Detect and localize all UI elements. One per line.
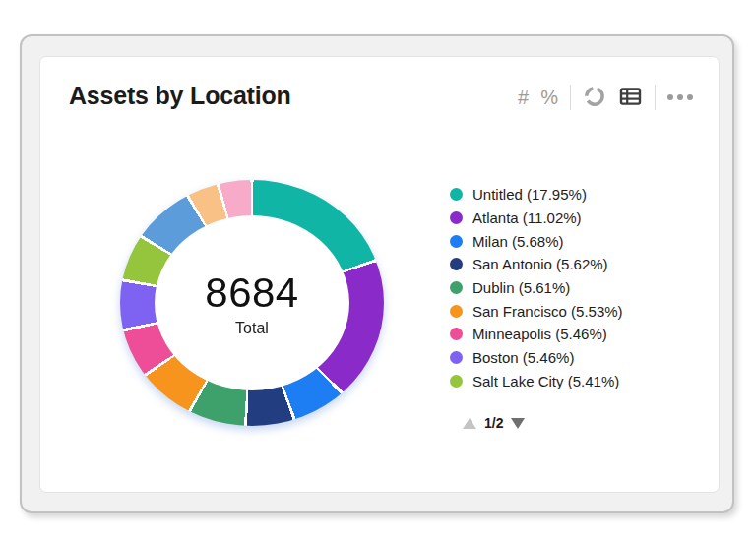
donut-chart[interactable]: 8684 Total [120,180,384,426]
legend-color-dot [450,235,463,248]
legend-color-dot [450,281,463,294]
legend-item[interactable]: Salt Lake City (5.41%) [450,370,623,393]
legend-page-indicator: 1/2 [484,415,503,431]
legend-item[interactable]: Untitled (17.95%) [450,183,623,207]
donut-chart-icon [583,85,606,111]
legend-item-label: Salt Lake City (5.41%) [472,373,619,389]
legend-item-label: Untitled (17.95%) [472,186,587,203]
card-toolbar: # % [518,83,693,112]
legend-item[interactable]: Atlanta (11.02%) [450,207,623,230]
toolbar-divider [570,85,571,110]
screenshot-page: Assets by Location # % [0,0,756,539]
table-view-icon [618,85,643,111]
legend-color-dot [450,188,463,201]
legend-item-label: Atlanta (11.02%) [472,210,582,226]
legend-pager: 1/2 [463,415,525,431]
legend-color-dot [450,258,463,270]
legend-item[interactable]: San Francisco (5.53%) [450,299,623,323]
legend-item[interactable]: San Antonio (5.62%) [450,253,623,276]
more-options-button[interactable] [667,94,693,100]
legend-item[interactable]: Dublin (5.61%) [450,276,623,300]
donut-center: 8684 Total [155,215,349,390]
toolbar-divider [655,85,656,110]
legend-item-label: San Antonio (5.62%) [472,256,608,272]
dashboard-panel: Assets by Location # % [20,34,734,513]
chart-legend: Untitled (17.95%)Atlanta (11.02%)Milan (… [450,183,623,392]
legend-color-dot [450,375,463,388]
legend-next-button[interactable] [511,418,525,429]
ellipsis-icon [667,94,693,100]
table-view-button[interactable] [618,85,643,111]
donut-view-button[interactable] [583,85,606,111]
legend-item[interactable]: Boston (5.46%) [450,346,623,370]
legend-item-label: San Francisco (5.53%) [472,303,623,320]
legend-item-label: Milan (5.68%) [472,233,564,250]
legend-prev-button[interactable] [463,418,476,429]
assets-by-location-card: Assets by Location # % [39,56,720,493]
total-value: 8684 [205,270,298,317]
percent-format-button[interactable]: % [540,87,558,109]
legend-color-dot [450,211,463,224]
total-label: Total [235,320,269,337]
legend-item[interactable]: Milan (5.68%) [450,229,623,253]
legend-item-label: Minneapolis (5.46%) [472,326,607,342]
legend-color-dot [450,351,463,364]
legend-color-dot [450,305,463,318]
legend-item-label: Dublin (5.61%) [472,279,570,296]
legend-item[interactable]: Minneapolis (5.46%) [450,323,623,346]
card-title: Assets by Location [69,82,291,110]
legend-item-label: Boston (5.46%) [472,349,574,366]
number-format-button[interactable]: # [518,87,529,109]
legend-color-dot [450,328,463,340]
